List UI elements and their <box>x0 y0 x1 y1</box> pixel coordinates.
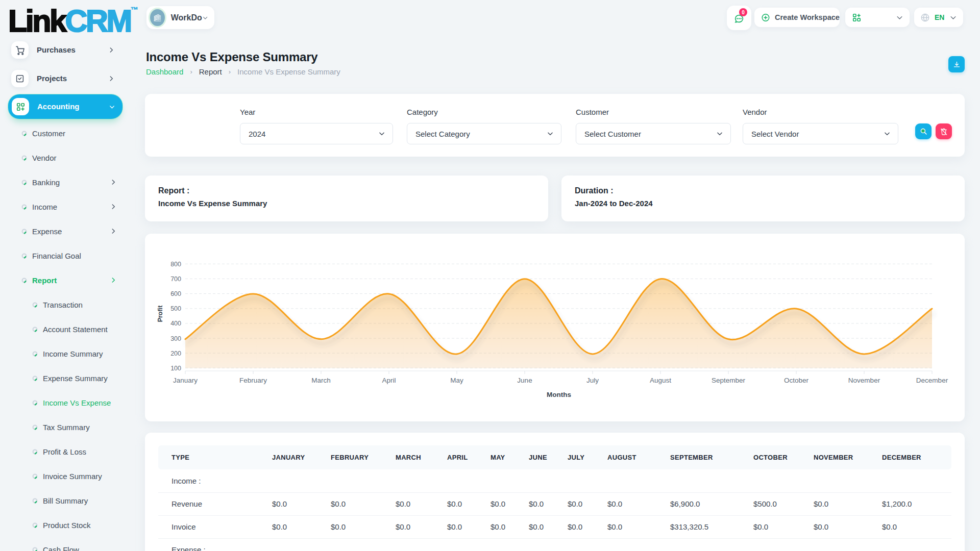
svg-text:400: 400 <box>170 320 181 327</box>
svg-text:August: August <box>650 377 671 384</box>
svg-text:January: January <box>173 377 198 384</box>
svg-text:July: July <box>586 377 599 384</box>
svg-text:November: November <box>848 377 880 384</box>
svg-text:800: 800 <box>170 261 181 268</box>
svg-text:Months: Months <box>547 391 571 398</box>
svg-text:100: 100 <box>170 365 181 372</box>
svg-text:700: 700 <box>170 276 181 283</box>
svg-text:December: December <box>916 377 948 384</box>
svg-text:200: 200 <box>170 350 181 357</box>
svg-text:October: October <box>784 377 809 384</box>
svg-text:September: September <box>712 377 746 384</box>
svg-text:May: May <box>450 377 463 384</box>
svg-text:March: March <box>311 377 331 384</box>
svg-text:June: June <box>517 377 532 384</box>
svg-text:April: April <box>382 377 396 384</box>
svg-text:Profit: Profit <box>157 305 164 322</box>
svg-text:300: 300 <box>170 335 181 342</box>
svg-text:600: 600 <box>170 290 181 297</box>
svg-text:500: 500 <box>170 305 181 312</box>
svg-text:February: February <box>239 377 267 384</box>
